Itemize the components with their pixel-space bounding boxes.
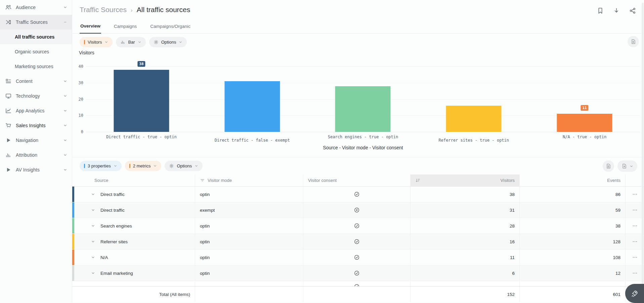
expand-chevron-icon[interactable] <box>91 271 95 275</box>
filter-icon <box>200 178 205 183</box>
visitors-cell: 11 <box>411 250 520 265</box>
assistant-rocket-button[interactable] <box>625 284 644 303</box>
sidebar-subitem-organic-sources[interactable]: Organic sources <box>0 44 72 59</box>
row-actions-button[interactable] <box>626 250 644 265</box>
sidebar-item-label: App Analytics <box>16 108 44 113</box>
monitor-icon <box>5 93 11 99</box>
expand-chevron-icon[interactable] <box>91 192 95 196</box>
bar-direct-traffic-optin[interactable] <box>114 70 169 132</box>
sidebar-item-audience[interactable]: Audience <box>0 0 72 15</box>
sidebar-item-technology[interactable]: Technology <box>0 89 72 103</box>
bar-category-label: Search engines - true - optin <box>308 135 419 139</box>
table-actions <box>603 160 637 172</box>
visitor-consent-cell <box>303 187 411 202</box>
column-header-events[interactable]: Events <box>520 174 626 186</box>
chart-type-selector[interactable]: Bar <box>116 37 145 47</box>
tab-campaigns-organic[interactable]: Campaigns/Organic <box>149 20 191 33</box>
sidebar-item-av-insights[interactable]: AV Insights <box>0 162 72 177</box>
source-cell: Direct traffic <box>74 202 195 218</box>
document-icon <box>606 163 611 169</box>
bar-search-engines[interactable] <box>335 86 391 132</box>
page-title: All traffic sources <box>137 6 190 14</box>
sidebar-subitem-all-traffic-sources[interactable]: All traffic sources <box>0 30 72 44</box>
bar-na[interactable] <box>557 114 612 132</box>
more-dots-icon <box>632 192 638 197</box>
source-cell: Referrer sites <box>74 234 195 249</box>
sidebar-item-app-analytics[interactable]: App Analytics <box>0 103 72 118</box>
more-dots-icon <box>632 270 638 276</box>
row-actions-button[interactable] <box>626 265 644 281</box>
expand-chevron-icon[interactable] <box>91 208 95 212</box>
table-options-button[interactable]: Options <box>165 161 203 171</box>
row-actions-button[interactable] <box>626 234 644 249</box>
download-button[interactable] <box>613 7 620 14</box>
properties-accent-icon <box>84 164 85 168</box>
sidebar-item-navigation[interactable]: Navigation <box>0 133 72 148</box>
table-toolbar: 3 properties 2 metrics Options <box>80 161 203 171</box>
sidebar-item-traffic-sources[interactable]: Traffic Sources <box>0 15 72 30</box>
chevron-down-icon <box>630 164 633 168</box>
chart-options-button[interactable]: Options <box>149 37 187 47</box>
metric-selector-label: Visitors <box>88 40 102 45</box>
bar-referrer-sites[interactable] <box>446 106 502 132</box>
breadcrumb-parent[interactable]: Traffic Sources <box>80 6 127 14</box>
column-chart-icon <box>5 152 11 158</box>
expand-chevron-icon[interactable] <box>91 255 95 259</box>
visitors-cell: 6 <box>411 265 520 281</box>
row-actions-button[interactable] <box>626 202 644 218</box>
table-row[interactable]: N/A optin 11 108 <box>72 250 644 265</box>
table-row[interactable]: Search engines optin 28 38 <box>72 218 644 234</box>
consent-cross-icon <box>354 207 359 213</box>
source-cell: Search engines <box>74 218 195 234</box>
properties-selector[interactable]: 3 properties <box>80 161 122 171</box>
header-actions <box>597 7 636 14</box>
sidebar-item-label: Audience <box>16 5 36 10</box>
bar-direct-traffic-exempt[interactable] <box>224 81 280 132</box>
sidebar-subitem-marketing-sources[interactable]: Marketing sources <box>0 59 72 74</box>
cart-icon <box>5 122 11 129</box>
chart-report-button[interactable] <box>628 36 639 47</box>
table-row[interactable]: Email marketing optin 6 12 <box>72 265 644 281</box>
share-icon <box>629 7 636 14</box>
table-row[interactable]: Direct traffic optin 38 86 <box>72 187 644 202</box>
chevron-down-icon <box>63 168 67 172</box>
table-row[interactable]: Referrer sites optin 16 128 <box>72 234 644 250</box>
tab-overview[interactable]: Overview <box>80 20 101 34</box>
metric-selector[interactable]: Visitors <box>80 37 113 47</box>
source-label: Email marketing <box>100 271 133 276</box>
source-cell: Email marketing <box>74 265 195 281</box>
more-dots-icon <box>632 255 638 260</box>
sidebar-item-content[interactable]: Content <box>0 74 72 89</box>
expand-chevron-icon[interactable] <box>91 224 95 228</box>
bar-category-label: Direct traffic - true - optin <box>86 135 197 139</box>
column-header-source[interactable]: Source <box>74 174 195 186</box>
table-header-row: Source Visitor mode Visitor consent Visi… <box>72 174 644 187</box>
consent-check-icon <box>354 270 359 276</box>
sidebar-item-sales-insights[interactable]: Sales Insights <box>0 118 72 133</box>
events-cell: 12 <box>520 265 626 281</box>
chevron-down-icon <box>63 123 67 128</box>
export-button[interactable] <box>617 160 637 172</box>
column-header-visitors[interactable]: Visitors <box>411 174 520 186</box>
expand-chevron-icon[interactable] <box>91 240 95 244</box>
bookmark-icon <box>597 7 604 14</box>
row-actions-button[interactable] <box>626 218 644 234</box>
table-row[interactable]: Direct traffic exempt 31 59 <box>72 202 644 218</box>
chart-y-axis-title: Visitors <box>79 50 94 55</box>
row-actions-button[interactable] <box>626 187 644 202</box>
source-label: Direct traffic <box>100 208 125 213</box>
visitor-mode-cell: optin <box>195 265 303 281</box>
sidebar-item-attribution[interactable]: Attribution <box>0 148 72 162</box>
source-cell: N/A <box>74 250 195 265</box>
visitor-mode-cell: optin <box>195 250 303 265</box>
chevron-down-icon <box>114 164 117 168</box>
scrollbar[interactable] <box>642 3 644 300</box>
bookmark-button[interactable] <box>597 7 604 14</box>
column-header-visitor-mode[interactable]: Visitor mode <box>195 174 303 186</box>
visitor-mode-cell: optin <box>195 187 303 202</box>
metrics-selector[interactable]: 2 metrics <box>125 161 162 171</box>
share-button[interactable] <box>629 7 636 14</box>
tab-campaigns[interactable]: Campaigns <box>113 20 137 33</box>
table-report-button[interactable] <box>603 160 614 172</box>
column-header-visitor-consent[interactable]: Visitor consent <box>303 174 411 186</box>
